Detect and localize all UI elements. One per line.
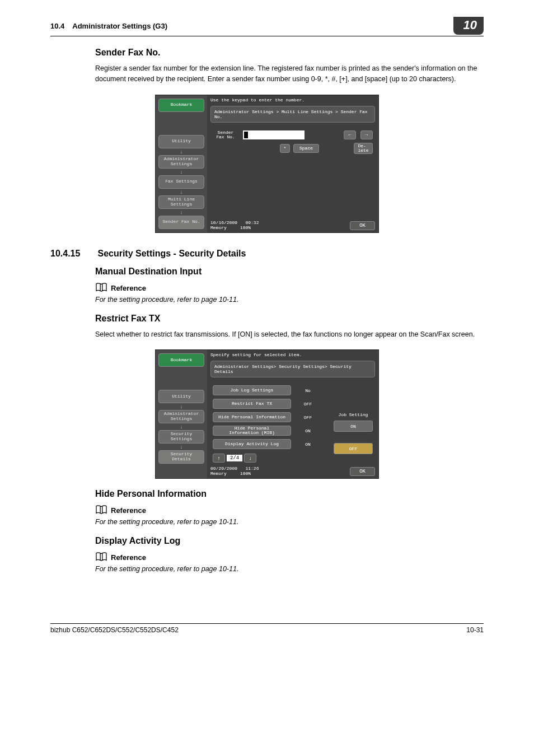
footer-time: 11:26 xyxy=(245,466,259,471)
down-arrow-icon: ↓ xyxy=(158,150,204,154)
row-hide-personal-mib-value: ON xyxy=(294,428,321,433)
footer-memory-label: Memory xyxy=(210,471,227,476)
reference-text: For the setting procedure, refer to page… xyxy=(95,565,484,573)
heading-hide-personal-info: Hide Personal Information xyxy=(95,489,484,499)
header-section-num: 10.4 xyxy=(50,22,64,30)
heading-security-settings: Security Settings - Security Details xyxy=(97,249,246,259)
instruction-text: Use the keypad to enter the number. xyxy=(207,95,378,105)
heading-display-activity-log: Display Activity Log xyxy=(95,536,484,546)
side-security-details[interactable]: Security Details xyxy=(158,450,204,464)
chapter-badge: 10 xyxy=(453,17,484,35)
heading-restrict-fax-tx: Restrict Fax TX xyxy=(95,314,484,324)
down-arrow-icon: ↓ xyxy=(158,210,204,214)
footer-memory-pct: 100% xyxy=(240,225,251,230)
row-job-log-value: No xyxy=(294,388,321,393)
header-section-title: Administrator Settings (G3) xyxy=(72,22,167,30)
star-button[interactable]: * xyxy=(280,144,290,153)
bookmark-tab[interactable]: Bookmark xyxy=(158,99,204,112)
down-arrow-icon: ↓ xyxy=(158,170,204,174)
space-button[interactable]: Space xyxy=(293,144,319,153)
field-label-sender-fax: Sender Fax No. xyxy=(213,130,238,139)
side-utility[interactable]: Utility xyxy=(158,390,204,403)
instruction-text: Specify setting for selected item. xyxy=(207,350,378,360)
bookmark-tab[interactable]: Bookmark xyxy=(158,353,204,367)
footer-page-number: 10-31 xyxy=(466,626,484,634)
footer-time: 09:32 xyxy=(245,220,259,225)
footer-date: 10/16/2009 xyxy=(210,220,237,225)
footer-memory-label: Memory xyxy=(210,225,227,230)
ok-button[interactable]: OK xyxy=(350,467,375,476)
ok-button[interactable]: OK xyxy=(350,221,375,230)
page-down-button[interactable]: ↓ xyxy=(244,454,256,463)
side-sender-fax[interactable]: Sender Fax No. xyxy=(158,216,204,229)
choice-off[interactable]: OFF xyxy=(334,443,373,454)
side-fax-settings[interactable]: Fax Settings xyxy=(158,175,204,189)
book-icon xyxy=(95,282,107,295)
choice-on[interactable]: ON xyxy=(334,421,373,432)
down-arrow-icon: ↓ xyxy=(158,190,204,194)
sender-fax-input[interactable] xyxy=(243,130,305,139)
right-col-title: Job Setting xyxy=(334,412,373,417)
reference-text: For the setting procedure, refer to page… xyxy=(95,518,484,526)
device-screenshot-security-details: Bookmark Specify setting for selected it… xyxy=(155,349,379,479)
para-sender-fax-no: Register a sender fax number for the ext… xyxy=(95,63,484,85)
row-job-log-settings[interactable]: Job Log Settings xyxy=(213,385,291,395)
side-admin-settings[interactable]: Administrator Settings xyxy=(158,155,204,169)
page-indicator: 2/4 xyxy=(227,455,242,461)
row-hide-personal-info[interactable]: Hide Personal Information xyxy=(213,412,291,422)
down-arrow-icon: ↓ xyxy=(158,445,204,449)
down-arrow-icon: ↓ xyxy=(158,404,204,409)
book-icon xyxy=(95,552,107,564)
page-up-button[interactable]: ↑ xyxy=(213,454,225,463)
heading-manual-destination: Manual Destination Input xyxy=(95,267,484,277)
cursor-left-button[interactable]: ← xyxy=(344,130,356,139)
row-hide-personal-value: OFF xyxy=(294,415,321,420)
side-multi-line[interactable]: Multi Line Settings xyxy=(158,195,204,209)
row-restrict-fax-value: OFF xyxy=(294,402,321,407)
delete-button[interactable]: De- lete xyxy=(354,143,373,154)
row-restrict-fax-tx[interactable]: Restrict Fax TX xyxy=(213,399,291,409)
cursor-right-button[interactable]: → xyxy=(360,130,373,139)
side-utility[interactable]: Utility xyxy=(158,135,204,148)
row-display-activity-value: ON xyxy=(294,442,321,447)
side-admin-settings[interactable]: Administrator Settings xyxy=(158,410,204,423)
para-restrict-fax-tx: Select whether to restrict fax transmiss… xyxy=(95,329,484,340)
row-hide-personal-mib[interactable]: Hide Personal Information (MIB) xyxy=(213,426,291,436)
footer-memory-pct: 100% xyxy=(240,471,251,476)
reference-text: For the setting procedure, refer to page… xyxy=(95,296,484,304)
reference-label: Reference xyxy=(111,284,146,292)
reference-label: Reference xyxy=(111,553,146,562)
footer-date: 09/29/2009 xyxy=(210,466,237,471)
breadcrumb: Administrator Settings> Security Setting… xyxy=(210,361,375,377)
device-screenshot-sender-fax: Bookmark Use the keypad to enter the num… xyxy=(155,95,379,233)
down-arrow-icon: ↓ xyxy=(158,424,204,429)
row-display-activity-log[interactable]: Display Activity Log xyxy=(213,439,291,449)
footer-model: bizhub C652/C652DS/C552/C552DS/C452 xyxy=(50,626,179,634)
reference-label: Reference xyxy=(111,506,146,515)
page-header: 10.4 Administrator Settings (G3) 10 xyxy=(50,17,484,36)
side-security-settings[interactable]: Security Settings xyxy=(158,430,204,444)
page-footer: bizhub C652/C652DS/C552/C552DS/C452 10-3… xyxy=(50,623,484,634)
book-icon xyxy=(95,505,107,517)
breadcrumb: Administrator Settings > Multi Line Sett… xyxy=(210,106,375,123)
heading-sender-fax-no: Sender Fax No. xyxy=(95,48,484,58)
heading-num-10-4-15: 10.4.15 xyxy=(50,249,95,259)
